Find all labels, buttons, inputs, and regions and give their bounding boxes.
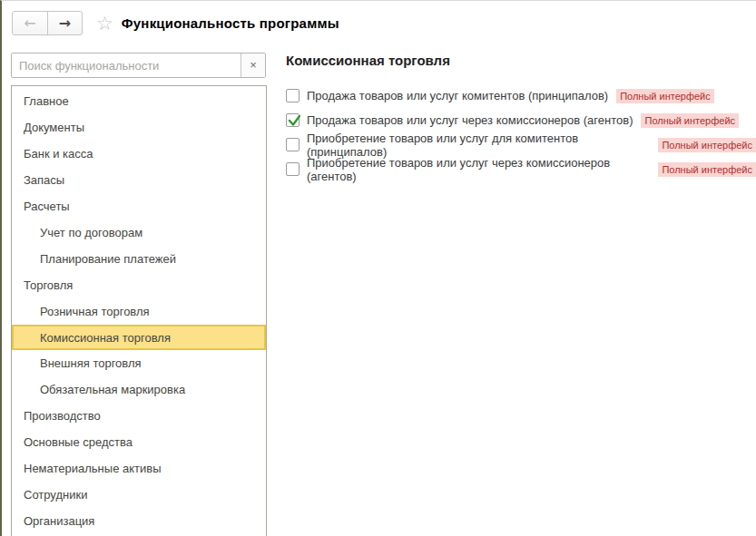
sidebar-item[interactable]: Торговля <box>12 272 266 298</box>
sidebar-item[interactable]: Запасы <box>12 167 266 193</box>
sidebar-item-label: Производство <box>24 409 101 423</box>
sidebar-item-label: Планирование платежей <box>40 252 176 266</box>
option-label: Приобретение товаров или услуг через ком… <box>307 156 650 183</box>
sidebar-item-label: Запасы <box>24 173 64 187</box>
sidebar-item[interactable]: Планирование платежей <box>12 246 266 272</box>
option-row: Приобретение товаров или услуг через ком… <box>286 157 756 181</box>
sidebar-item-label: Документы <box>24 121 84 134</box>
sidebar-item[interactable]: Главное <box>12 88 266 114</box>
option-label: Приобретение товаров или услуг для комит… <box>307 132 650 159</box>
full-interface-badge: Полный интерфейс <box>641 113 739 128</box>
content-area: × ГлавноеДокументыБанк и кассаЗапасыРасч… <box>2 44 756 536</box>
search-clear-button[interactable]: × <box>241 54 265 77</box>
forward-arrow-icon: → <box>59 15 71 32</box>
sidebar: × ГлавноеДокументыБанк и кассаЗапасыРасч… <box>2 44 267 536</box>
sidebar-item[interactable]: Внешняя торговля <box>12 350 266 376</box>
sidebar-item-label: Комиссионная торговля <box>40 331 171 345</box>
sidebar-item-label: Сотрудники <box>24 488 87 502</box>
toolbar: ← → ☆ Функциональность программы <box>2 1 756 44</box>
option-label: Продажа товаров или услуг через комиссио… <box>307 113 633 127</box>
sidebar-item[interactable]: Сотрудники <box>12 482 266 508</box>
option-row: Продажа товаров или услуг комитентов (пр… <box>286 83 756 108</box>
sidebar-item-label: Учет по договорам <box>40 226 142 239</box>
section-heading: Комиссионная торговля <box>286 53 756 68</box>
checkbox-unchecked-icon[interactable] <box>286 89 299 102</box>
sidebar-item-label: Розничная торговля <box>40 305 150 318</box>
sidebar-item-label: Главное <box>24 94 69 108</box>
sidebar-item-label: Торговля <box>24 278 73 292</box>
checkbox-unchecked-icon[interactable] <box>286 138 299 151</box>
full-interface-badge: Полный интерфейс <box>658 162 756 177</box>
sidebar-item-label: Основные средства <box>24 435 133 449</box>
nav-button-group: ← → <box>12 11 83 35</box>
main-pane: Комиссионная торговля Продажа товаров ил… <box>267 44 756 181</box>
option-label: Продажа товаров или услуг комитентов (пр… <box>307 89 608 102</box>
sidebar-item[interactable]: Учет по договорам <box>12 219 266 246</box>
option-row: Продажа товаров или услуг через комиссио… <box>286 108 756 132</box>
sidebar-item-label: Внешняя торговля <box>40 356 142 370</box>
sidebar-item[interactable]: Документы <box>12 114 266 141</box>
favorite-star-icon[interactable]: ☆ <box>96 14 113 33</box>
sidebar-item-label: Обязательная маркировка <box>40 383 185 396</box>
sidebar-item[interactable]: Основные средства <box>12 429 266 455</box>
sidebar-item[interactable]: Розничная торговля <box>12 298 266 325</box>
sidebar-item-label: Нематериальные активы <box>24 462 162 475</box>
sidebar-item[interactable]: Нематериальные активы <box>12 455 266 482</box>
full-interface-badge: Полный интерфейс <box>658 138 756 152</box>
checkbox-checked-icon[interactable] <box>286 113 299 127</box>
close-icon: × <box>250 58 257 72</box>
functionality-window: ← → ☆ Функциональность программы × Главн… <box>0 0 756 536</box>
checkbox-unchecked-icon[interactable] <box>286 162 299 176</box>
sidebar-item[interactable]: Организация <box>12 508 266 534</box>
back-button[interactable]: ← <box>13 12 47 34</box>
functionality-nav-list: ГлавноеДокументыБанк и кассаЗапасыРасчет… <box>11 85 267 536</box>
sidebar-item[interactable]: Банк и касса <box>12 141 266 167</box>
sidebar-item[interactable]: Расчеты <box>12 193 266 219</box>
page-title: Функциональность программы <box>122 15 339 31</box>
sidebar-item-label: Банк и касса <box>24 147 93 161</box>
search-box: × <box>11 53 266 78</box>
full-interface-badge: Полный интерфейс <box>616 89 714 103</box>
options-list: Продажа товаров или услуг комитентов (пр… <box>286 83 756 181</box>
sidebar-item-label: Организация <box>24 514 94 528</box>
sidebar-item[interactable]: Производство <box>12 403 266 429</box>
sidebar-item[interactable]: Обязательная маркировка <box>12 376 266 403</box>
option-row: Приобретение товаров или услуг для комит… <box>286 132 756 157</box>
forward-button[interactable]: → <box>47 12 82 34</box>
sidebar-item[interactable]: Комиссионная торговля <box>12 325 266 350</box>
back-arrow-icon: ← <box>24 15 35 32</box>
sidebar-item-label: Расчеты <box>24 200 70 213</box>
search-input[interactable] <box>12 54 241 77</box>
